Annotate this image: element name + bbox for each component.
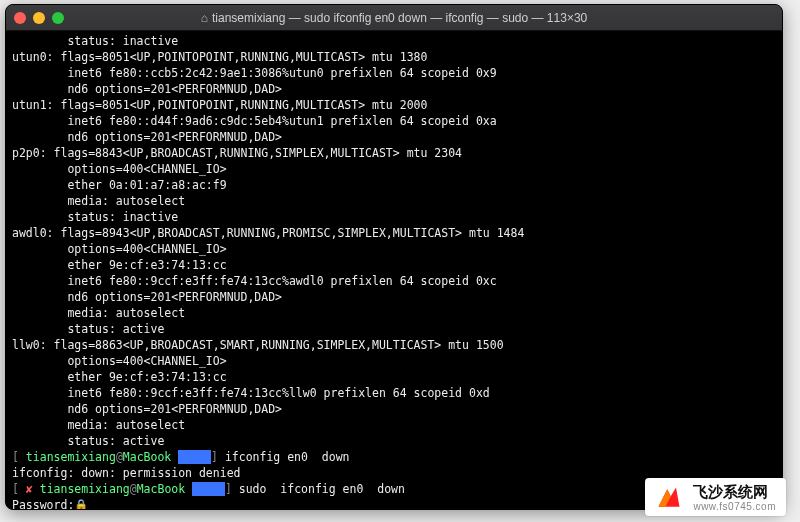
terminal-output-line: ether 9e:cf:e3:74:13:cc: [12, 369, 776, 385]
terminal-output-line: media: autoselect: [12, 417, 776, 433]
lock-icon: 🔒: [74, 497, 88, 509]
error-indicator-icon: ✘: [26, 482, 33, 496]
terminal-window: ⌂tiansemixiang — sudo ifconfig en0 down …: [5, 4, 783, 510]
terminal-output-line: p2p0: flags=8843<UP,BROADCAST,RUNNING,SI…: [12, 145, 776, 161]
terminal-output-line: awdl0: flags=8943<UP,BROADCAST,RUNNING,P…: [12, 225, 776, 241]
cwd-segment: [178, 450, 211, 464]
watermark: 飞沙系统网 www.fs0745.com: [645, 478, 786, 516]
zoom-icon[interactable]: [52, 12, 64, 24]
terminal-output-line: inet6 fe80::9ccf:e3ff:fe74:13cc%llw0 pre…: [12, 385, 776, 401]
terminal-output-line: inet6 fe80::ccb5:2c42:9ae1:3086%utun0 pr…: [12, 65, 776, 81]
terminal-output-line: status: active: [12, 433, 776, 449]
terminal-output-line: options=400<CHANNEL_IO>: [12, 161, 776, 177]
traffic-lights: [14, 12, 64, 24]
terminal-output-line: ether 9e:cf:e3:74:13:cc: [12, 257, 776, 273]
terminal-output-line: media: autoselect: [12, 193, 776, 209]
terminal-output-line: ether 0a:01:a7:a8:ac:f9: [12, 177, 776, 193]
terminal-body[interactable]: status: inactiveutun0: flags=8051<UP,POI…: [6, 31, 782, 509]
watermark-title: 飞沙系统网: [693, 484, 776, 501]
window-title: ⌂tiansemixiang — sudo ifconfig en0 down …: [6, 11, 782, 25]
terminal-output-line: nd6 options=201<PERFORMNUD,DAD>: [12, 81, 776, 97]
terminal-output-line: inet6 fe80::d44f:9ad6:c9dc:5eb4%utun1 pr…: [12, 113, 776, 129]
terminal-output-line: utun0: flags=8051<UP,POINTOPOINT,RUNNING…: [12, 49, 776, 65]
titlebar[interactable]: ⌂tiansemixiang — sudo ifconfig en0 down …: [6, 5, 782, 31]
minimize-icon[interactable]: [33, 12, 45, 24]
close-icon[interactable]: [14, 12, 26, 24]
terminal-output-line: nd6 options=201<PERFORMNUD,DAD>: [12, 401, 776, 417]
home-icon: ⌂: [201, 11, 208, 25]
terminal-output-line: status: inactive: [12, 209, 776, 225]
terminal-output-line: media: autoselect: [12, 305, 776, 321]
watermark-url: www.fs0745.com: [693, 501, 776, 512]
terminal-output-line: nd6 options=201<PERFORMNUD,DAD>: [12, 129, 776, 145]
terminal-output-line: status: inactive: [12, 33, 776, 49]
command-text: sudo ifconfig en0 down: [239, 482, 405, 496]
watermark-logo-icon: [655, 484, 683, 512]
terminal-output-line: utun1: flags=8051<UP,POINTOPOINT,RUNNING…: [12, 97, 776, 113]
terminal-output-line: options=400<CHANNEL_IO>: [12, 241, 776, 257]
terminal-output-line: inet6 fe80::9ccf:e3ff:fe74:13cc%awdl0 pr…: [12, 273, 776, 289]
terminal-output-line: llw0: flags=8863<UP,BROADCAST,SMART,RUNN…: [12, 337, 776, 353]
terminal-output-line: options=400<CHANNEL_IO>: [12, 353, 776, 369]
command-text: ifconfig en0 down: [225, 450, 350, 464]
terminal-output-line: status: active: [12, 321, 776, 337]
window-title-text: tiansemixiang — sudo ifconfig en0 down —…: [212, 11, 587, 25]
terminal-output-line: nd6 options=201<PERFORMNUD,DAD>: [12, 289, 776, 305]
cwd-segment: [192, 482, 225, 496]
prompt-line-1: [ tiansemixiang@MacBook ] ifconfig en0 d…: [12, 449, 776, 465]
